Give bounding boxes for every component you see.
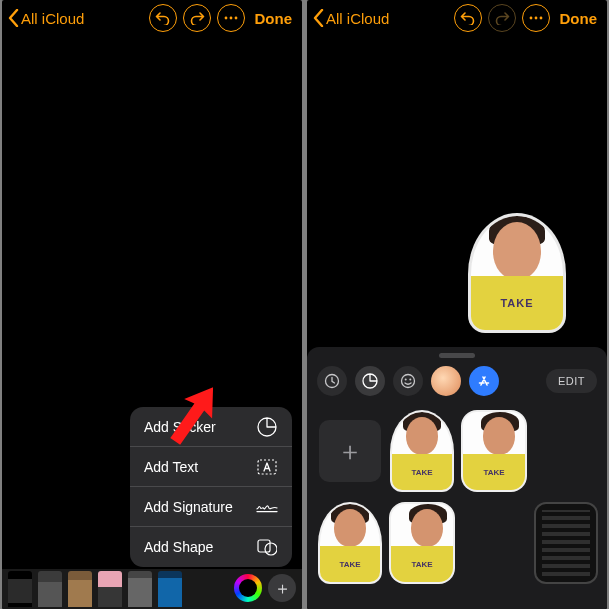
add-menu-popover: Add Sticker Add Text Add Signature Add S…: [130, 407, 292, 567]
svg-point-7: [534, 17, 537, 20]
add-button[interactable]: ＋: [268, 574, 296, 602]
back-button[interactable]: All iCloud: [326, 10, 389, 27]
note-canvas[interactable]: TAKE EDIT: [307, 36, 607, 609]
svg-rect-3: [258, 460, 276, 474]
ruler-tool[interactable]: [158, 571, 182, 607]
sticker-grid: ＋ TAKE TAKE TAKE TAKE: [307, 404, 607, 584]
sticker-item[interactable]: [463, 512, 525, 574]
sticker-icon: [362, 373, 378, 389]
phone-screenshot-right: All iCloud Done TAKE: [307, 0, 607, 609]
drawer-grabber[interactable]: [439, 353, 475, 358]
sticker-item[interactable]: TAKE: [391, 502, 453, 584]
shape-icon: [256, 536, 278, 558]
undo-button[interactable]: [454, 4, 482, 32]
back-button[interactable]: All iCloud: [21, 10, 84, 27]
menu-label: Add Signature: [144, 499, 233, 515]
menu-add-sticker[interactable]: Add Sticker: [130, 407, 292, 447]
svg-rect-4: [258, 540, 270, 552]
note-canvas[interactable]: Add Sticker Add Text Add Signature Add S…: [2, 36, 302, 609]
add-sticker-button[interactable]: ＋: [319, 420, 381, 482]
svg-point-5: [265, 543, 277, 555]
appstore-icon: [476, 373, 492, 389]
menu-label: Add Shape: [144, 539, 213, 555]
clock-icon: [324, 373, 340, 389]
done-button[interactable]: Done: [255, 10, 293, 27]
eraser-tool[interactable]: [98, 571, 122, 607]
redo-button[interactable]: [183, 4, 211, 32]
markup-toolbar: ＋: [2, 569, 302, 609]
sticker-icon: [256, 416, 278, 438]
back-chevron-icon[interactable]: [8, 9, 19, 27]
sticker-item[interactable]: TAKE: [463, 410, 525, 492]
menu-label: Add Sticker: [144, 419, 216, 435]
redo-button-disabled: [488, 4, 516, 32]
svg-point-11: [405, 379, 407, 381]
tab-memoji[interactable]: [431, 366, 461, 396]
nav-bar: All iCloud Done: [2, 0, 302, 36]
svg-point-6: [529, 17, 532, 20]
phone-screenshot-left: All iCloud Done Add Sticker Add Text: [2, 0, 302, 609]
signature-icon: [256, 496, 278, 518]
lasso-tool[interactable]: [128, 571, 152, 607]
menu-add-text[interactable]: Add Text: [130, 447, 292, 487]
sticker-item[interactable]: TAKE: [391, 410, 453, 492]
svg-point-0: [224, 17, 227, 20]
sticker-drawer: EDIT ＋ TAKE TAKE TAKE TAKE: [307, 347, 607, 609]
tab-emoji[interactable]: [393, 366, 423, 396]
svg-point-12: [409, 379, 411, 381]
color-picker[interactable]: [234, 574, 262, 602]
more-button[interactable]: [217, 4, 245, 32]
text-box-icon: [256, 456, 278, 478]
pen-tool[interactable]: [8, 571, 32, 607]
tab-apps[interactable]: [469, 366, 499, 396]
nav-bar: All iCloud Done: [307, 0, 607, 36]
placed-sticker[interactable]: TAKE: [471, 216, 563, 330]
emoji-icon: [400, 373, 416, 389]
back-chevron-icon[interactable]: [313, 9, 324, 27]
svg-point-8: [539, 17, 542, 20]
menu-add-signature[interactable]: Add Signature: [130, 487, 292, 527]
pencil-tool[interactable]: [68, 571, 92, 607]
sticker-item[interactable]: [535, 420, 597, 482]
done-button[interactable]: Done: [560, 10, 598, 27]
shirt-text: TAKE: [500, 297, 533, 309]
edit-button[interactable]: EDIT: [546, 369, 597, 393]
svg-point-10: [402, 375, 415, 388]
menu-label: Add Text: [144, 459, 198, 475]
more-button[interactable]: [522, 4, 550, 32]
menu-add-shape[interactable]: Add Shape: [130, 527, 292, 567]
drawer-tabs: EDIT: [307, 362, 607, 404]
tab-recents[interactable]: [317, 366, 347, 396]
svg-point-1: [229, 17, 232, 20]
svg-point-2: [234, 17, 237, 20]
undo-button[interactable]: [149, 4, 177, 32]
sticker-item[interactable]: [535, 502, 597, 584]
sticker-item[interactable]: TAKE: [319, 502, 381, 584]
tab-stickers[interactable]: [355, 366, 385, 396]
marker-tool[interactable]: [38, 571, 62, 607]
